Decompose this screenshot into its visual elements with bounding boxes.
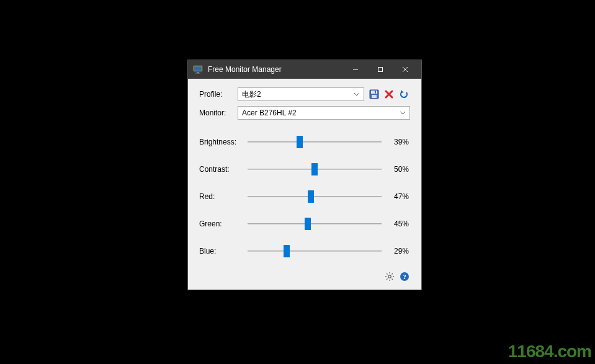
svg-line-22: [387, 279, 388, 280]
slider-thumb[interactable]: [311, 163, 318, 175]
save-button[interactable]: [368, 88, 380, 100]
undo-button[interactable]: [398, 88, 410, 100]
slider-value: 45%: [382, 220, 410, 228]
window-title: Free Monitor Manager: [208, 65, 343, 74]
slider-row: Red:47%: [199, 183, 410, 210]
slider-label: Green:: [199, 220, 248, 228]
slider-track[interactable]: [248, 136, 382, 148]
chevron-down-icon: [352, 93, 361, 96]
slider-row: Brightness:39%: [199, 128, 410, 156]
svg-rect-10: [372, 95, 377, 98]
slider-row: Green:45%: [199, 210, 410, 237]
monitor-label: Monitor:: [199, 109, 238, 117]
svg-line-19: [387, 273, 388, 275]
maximize-button[interactable]: [368, 60, 393, 79]
slider-value: 47%: [382, 192, 410, 201]
slider-thumb[interactable]: [305, 218, 311, 230]
slider-thumb[interactable]: [297, 136, 303, 148]
profile-toolbar: [368, 88, 410, 100]
slider-track[interactable]: [248, 163, 382, 175]
slider-thumb[interactable]: [284, 245, 290, 257]
slider-row: Contrast:50%: [199, 156, 410, 183]
profile-combo-text: 电影2: [242, 89, 352, 100]
monitor-icon: [193, 64, 203, 74]
titlebar[interactable]: Free Monitor Manager: [188, 60, 421, 79]
slider-label: Red:: [199, 192, 248, 201]
svg-rect-2: [197, 72, 199, 73]
slider-label: Blue:: [199, 247, 248, 255]
slider-value: 39%: [382, 138, 410, 146]
slider-track[interactable]: [248, 245, 382, 257]
minimize-button[interactable]: [343, 60, 368, 79]
svg-rect-9: [371, 91, 377, 94]
svg-text:?: ?: [403, 273, 406, 280]
settings-button[interactable]: [384, 271, 395, 282]
profile-label: Profile:: [199, 90, 238, 99]
slider-row: Blue:29%: [199, 237, 410, 265]
svg-rect-1: [194, 66, 202, 71]
delete-button[interactable]: [383, 88, 395, 100]
svg-line-21: [392, 273, 393, 275]
slider-value: 29%: [382, 247, 410, 255]
slider-value: 50%: [382, 165, 410, 174]
slider-track[interactable]: [248, 190, 382, 203]
watermark-text: 11684.com: [508, 342, 591, 362]
close-button[interactable]: [393, 60, 418, 79]
slider-track[interactable]: [248, 218, 382, 230]
svg-rect-5: [378, 68, 383, 72]
svg-line-20: [392, 279, 393, 280]
svg-rect-3: [195, 73, 200, 74]
monitor-combo-text: Acer B276HL #2: [242, 109, 398, 117]
monitor-combo[interactable]: Acer B276HL #2: [238, 106, 410, 120]
profile-row: Profile: 电影2: [199, 87, 410, 101]
app-window: Free Monitor Manager Profile: 电影2: [187, 60, 422, 290]
content-area: Profile: 电影2: [188, 79, 421, 290]
chevron-down-icon: [398, 112, 407, 115]
slider-label: Brightness:: [199, 138, 248, 146]
slider-thumb[interactable]: [308, 190, 314, 203]
svg-rect-11: [375, 91, 376, 94]
svg-point-14: [388, 275, 391, 278]
profile-combo[interactable]: 电影2: [238, 87, 364, 101]
sliders-panel: Brightness:39%Contrast:50%Red:47%Green:4…: [199, 128, 410, 265]
help-button[interactable]: ?: [399, 271, 410, 282]
footer-toolbar: ?: [199, 271, 410, 282]
slider-label: Contrast:: [199, 165, 248, 174]
monitor-row: Monitor: Acer B276HL #2: [199, 106, 410, 120]
